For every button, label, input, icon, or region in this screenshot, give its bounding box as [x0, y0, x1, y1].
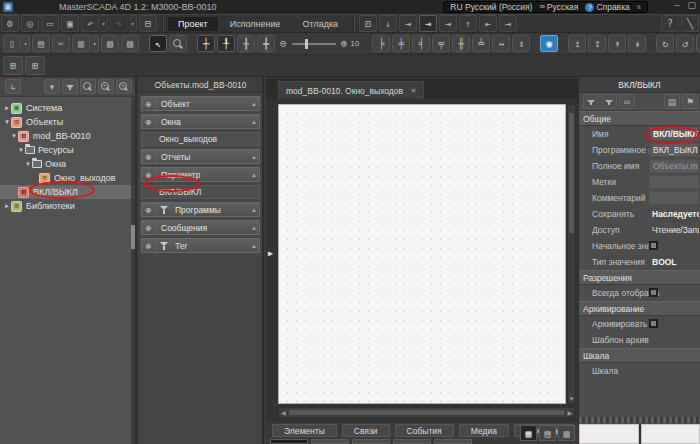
tab-runtime[interactable]: Исполнение	[220, 17, 291, 31]
canvas-horizontal-scrollbar[interactable]: ◀ ▶	[278, 407, 575, 418]
initial-value-checkbox[interactable]	[649, 241, 658, 250]
filter-funnel-icon[interactable]	[158, 241, 170, 251]
collapse-icon[interactable]: ▲	[249, 207, 259, 213]
item-vkl-vykl[interactable]: ВКЛ/ВЫКЛ	[141, 185, 260, 199]
scroll-thumb[interactable]	[569, 113, 574, 233]
palette-grid-view-icon[interactable]: ▦	[520, 425, 537, 441]
duplicate-dropdown-icon[interactable]: ▾	[91, 35, 99, 52]
scroll-right-icon[interactable]: ▶	[567, 409, 572, 416]
editor-tab[interactable]: mod_BB-0010. Окно_выходов ✕	[278, 81, 424, 99]
tree-item-resursy[interactable]: ▾ Ресурсы	[0, 143, 135, 157]
palette-tile[interactable]	[393, 439, 431, 444]
add-icon[interactable]: ⊕	[142, 150, 156, 163]
props-view-grid-icon[interactable]: ▤	[664, 94, 680, 109]
tree-item-mod-bb-0010[interactable]: ▾ ▦ mod_BB-0010	[0, 129, 135, 143]
collapse-icon[interactable]: ▲	[249, 243, 259, 249]
save-mode-value[interactable]: Наследуется	[649, 207, 699, 221]
section-general[interactable]: Общие	[579, 111, 700, 126]
design-canvas[interactable]	[278, 104, 566, 404]
group-object[interactable]: ⊕ Объект ▲	[141, 96, 260, 111]
bring-front-icon[interactable]: ↥	[568, 35, 586, 52]
group-parameter[interactable]: ⊕ Параметр ▲	[141, 167, 260, 182]
select-arrow-icon[interactable]: ↖	[149, 35, 167, 52]
add-icon[interactable]: ⊕	[142, 221, 156, 234]
preview-eye-icon[interactable]: ◉	[540, 35, 558, 52]
section-permissions[interactable]: Разрешения	[579, 270, 700, 285]
palette-tile[interactable]	[352, 439, 390, 444]
rotate-cw-icon[interactable]: ↻	[656, 35, 674, 52]
redo-dropdown-icon[interactable]: ▾	[129, 15, 137, 32]
palette-tab[interactable]: Элементы	[272, 424, 337, 437]
send-back-icon[interactable]: ↧	[588, 35, 606, 52]
collapse-icon[interactable]: ▲	[249, 225, 259, 231]
expander-icon[interactable]: ▸	[3, 202, 11, 210]
group-windows[interactable]: ⊕ Окна ▲	[141, 114, 260, 129]
comment-field[interactable]	[649, 191, 699, 205]
duplicate-icon[interactable]: ▥	[72, 35, 90, 52]
props-flag-icon[interactable]: ⚑	[682, 94, 698, 109]
align-right-icon[interactable]: ╡	[412, 35, 430, 52]
zoom-in-tree-icon[interactable]: +	[98, 79, 114, 94]
palette-tile[interactable]	[579, 424, 639, 444]
align-middle-icon[interactable]: ╫	[452, 35, 470, 52]
expander-icon[interactable]: ▾	[24, 160, 32, 168]
group-messages[interactable]: ⊕ Сообщения ▲	[141, 220, 260, 235]
dock-bottom-icon[interactable]: ⇓	[379, 15, 397, 32]
pointer-tool-icon[interactable]: ╲	[681, 15, 699, 32]
tags-field[interactable]	[649, 175, 699, 189]
expand-list-icon[interactable]: ⇥	[399, 15, 417, 32]
same-height-icon[interactable]: ↕	[512, 35, 530, 52]
paste-dropdown-icon[interactable]: ▾	[22, 35, 30, 52]
rotate-ccw-icon[interactable]: ↺	[676, 35, 694, 52]
tree-item-biblioteki[interactable]: ▸ ▥ Библиотеки	[0, 199, 135, 213]
same-width-icon[interactable]: ↔	[492, 35, 510, 52]
filter-dropdown-icon[interactable]: ▾	[44, 79, 60, 94]
add-icon[interactable]: ⊕	[142, 203, 156, 216]
tree-nav-icon[interactable]: ↳	[5, 79, 21, 94]
zoom-out-icon[interactable]: ⊖	[280, 37, 287, 50]
keyboard-layout[interactable]: ⌨Русская	[539, 2, 578, 12]
align-center-icon[interactable]: ╪	[392, 35, 410, 52]
palette-tile[interactable]	[434, 439, 472, 444]
grid-snap-icon[interactable]: ╀	[217, 35, 235, 52]
name-field[interactable]: ВКЛ/ВЫКЛ	[649, 127, 699, 141]
tree-scrollbar[interactable]	[131, 97, 135, 444]
expander-icon[interactable]: ▾	[3, 118, 11, 126]
fit-frame-icon[interactable]: ⊡	[359, 15, 377, 32]
search-icon[interactable]	[80, 79, 96, 94]
align-top-icon[interactable]: ╤	[432, 35, 450, 52]
minimize-button[interactable]: –	[674, 0, 679, 10]
item-okno-vyhodov[interactable]: Окно_выходов	[141, 132, 260, 146]
panel-collapse-icon[interactable]: ▶	[268, 249, 273, 258]
zoom-in-icon[interactable]: ⊕	[341, 37, 348, 50]
add-icon[interactable]: ⊕	[142, 239, 156, 252]
merge-shapes-icon[interactable]: ▨	[121, 35, 139, 52]
copy-icon[interactable]: ▤	[32, 35, 50, 52]
save-icon[interactable]: ▣	[61, 15, 79, 32]
section-scale[interactable]: Шкала	[579, 348, 700, 363]
canvas-vertical-scrollbar[interactable]: ▼	[567, 104, 576, 404]
tab-debug[interactable]: Отладка	[293, 17, 349, 31]
add-icon[interactable]: ⊕	[142, 115, 156, 128]
add-element-icon[interactable]: ⊞	[3, 56, 23, 75]
collapse-icon[interactable]: ▲	[249, 101, 259, 107]
snap-objects-icon[interactable]: ╂	[237, 35, 255, 52]
zoom-out-tree-icon[interactable]: +	[116, 79, 132, 94]
palette-tile[interactable]	[270, 439, 308, 444]
send-backward-icon[interactable]: ↡	[628, 35, 646, 52]
tab-project[interactable]: Проект	[168, 17, 218, 31]
bring-forward-icon[interactable]: ↟	[608, 35, 626, 52]
tree-item-okna[interactable]: ▾ Окна	[0, 157, 135, 171]
add-icon[interactable]: ⊕	[142, 97, 156, 110]
paste-icon[interactable]: ▯	[3, 35, 21, 52]
expand-all-icon[interactable]: ⇥	[439, 15, 457, 32]
palette-tab[interactable]: Медиа	[459, 424, 509, 437]
value-type-value[interactable]: BOOL	[649, 255, 699, 269]
palette-tab[interactable]: Связи	[342, 424, 390, 437]
palette-table-view-icon[interactable]: ▤	[539, 425, 556, 441]
restore-button[interactable]: ▢	[687, 0, 696, 10]
scroll-left-icon[interactable]: ◀	[281, 409, 286, 416]
tree-item-okno-vyhodov[interactable]: ⊞ Окно_выходов	[0, 171, 135, 185]
cut-icon[interactable]: ✂	[52, 35, 70, 52]
tree-item-vkl-vykl[interactable]: ▩ ВКЛ/ВЫКЛ	[0, 185, 135, 199]
